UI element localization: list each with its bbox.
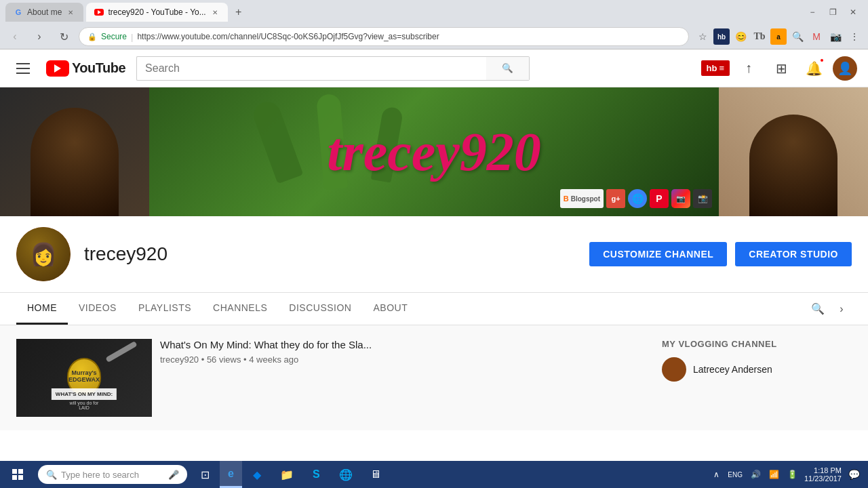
banner-left-photo [0,87,149,216]
ext-hootsuite-icon[interactable]: hb [713,28,730,45]
tab-about-me[interactable]: G About me ✕ [5,3,83,22]
minimize-button[interactable]: − [803,5,822,19]
creator-studio-button[interactable]: CREATOR STUDIO [735,242,852,266]
photo-icon[interactable]: 📸 [693,189,712,208]
tab-about-close[interactable]: ✕ [66,7,75,17]
sidebar-label: MY VLOGGING CHANNEL [662,339,852,349]
taskbar-show-desktop-icon[interactable]: 🖥 [363,462,388,487]
taskbar-dropbox-app[interactable]: ◆ [245,461,269,488]
youtube-logo[interactable]: YouTube [46,60,125,77]
instagram-icon[interactable]: 📷 [671,189,690,208]
clock-time: 1:18 PM [804,466,842,474]
browser-window: G About me ✕ trecey920 - YouTube - Yo...… [0,0,868,488]
search-input[interactable] [136,56,486,81]
sidebar-channel-name: Latrecey Andersen [693,364,772,375]
upload-icon[interactable]: ↑ [735,55,762,82]
url-bar[interactable]: 🔒 Secure | https://www.youtube.com/chann… [79,27,689,46]
tray-battery-icon[interactable]: 🔋 [785,468,800,481]
tab-about-label: About me [27,7,62,17]
google-plus-icon[interactable]: g+ [606,189,625,208]
bookmark-star-icon[interactable]: ☆ [694,28,711,45]
tab-channels[interactable]: CHANNELS [202,293,278,325]
taskbar-chrome-app[interactable]: 🌐 [331,461,361,488]
globe-icon[interactable]: 🌐 [628,189,647,208]
secure-label: Secure [101,32,127,41]
user-avatar[interactable]: 👤 [833,56,857,81]
task-view-icon[interactable]: ⊡ [193,462,217,487]
hamburger-line [16,63,30,64]
banner-channel-name: trecey920 [327,121,540,183]
youtube-logo-icon [46,60,69,77]
system-clock[interactable]: 1:18 PM 11/23/2017 [804,466,842,483]
new-tab-button[interactable]: + [231,4,247,20]
tab-videos[interactable]: VIDEOS [68,293,127,325]
ext-emoji-icon[interactable]: 😊 [732,28,749,45]
tab-playlists[interactable]: PLAYLISTS [127,293,202,325]
ext-font-icon[interactable]: Tb [751,28,768,45]
url-text: https://www.youtube.com/channel/UC8Sqc-0… [137,32,439,41]
clock-date: 11/23/2017 [804,474,842,483]
video-time: 4 weeks ago [249,354,298,365]
chrome-icon: 🌐 [339,468,353,481]
channel-avatar: 👩 [16,227,71,281]
reload-button[interactable]: ↻ [54,27,73,46]
tab-home[interactable]: HOME [16,293,68,325]
taskbar-mic-icon: 🎤 [168,470,179,480]
taskbar-search-text: Type here to search [61,470,139,480]
hamburger-line [16,68,30,69]
ext-gmail-icon[interactable]: M [808,28,825,45]
video-channel: trecey920 [160,354,199,365]
tab-about-favicon: G [14,7,23,17]
tab-about[interactable]: ABOUT [362,293,418,325]
maximize-button[interactable]: ❐ [823,5,842,19]
content-main: Murray'sEDGEWAX WHAT'S ON MY MIND: will … [16,339,646,417]
banner-social-icons: B Blogspot g+ 🌐 P 📷 📸 [560,189,712,208]
dropbox-icon: ◆ [253,468,261,481]
skype-icon: S [313,468,320,481]
header-icons: hb ≡ ↑ ⊞ 🔔 👤 [701,55,857,82]
tray-speaker-icon[interactable]: 🔊 [748,468,764,481]
blogspot-icon[interactable]: B Blogspot [560,189,604,208]
tab-search-icon[interactable]: 🔍 [804,296,831,323]
address-icons: ☆ hb 😊 Tb a 🔍 M 📷 ⋮ [694,28,863,45]
taskbar-edge-app[interactable]: e [220,461,242,488]
tab-next-icon[interactable]: › [831,296,852,323]
search-button[interactable]: 🔍 [486,56,530,81]
taskbar-files-app[interactable]: 📁 [272,461,302,488]
taskbar-search-icon: 🔍 [46,470,57,480]
video-thumbnail[interactable]: Murray'sEDGEWAX WHAT'S ON MY MIND: will … [16,339,152,417]
sidebar-channel[interactable]: Latrecey Andersen [662,357,852,382]
tab-discussion[interactable]: DISCUSSION [278,293,362,325]
tab-yt-close[interactable]: ✕ [210,7,220,17]
ext-screenshot-icon[interactable]: 📷 [827,28,844,45]
customize-channel-button[interactable]: CUSTOMIZE CHANNEL [589,242,727,266]
more-options-icon[interactable]: ⋮ [846,28,863,45]
tab-youtube[interactable]: trecey920 - YouTube - Yo... ✕ [86,3,227,22]
youtube-header: YouTube 🔍 hb ≡ ↑ ⊞ 🔔 👤 [0,49,868,87]
taskbar-search[interactable]: 🔍 Type here to search 🎤 [38,465,187,484]
video-card: Murray'sEDGEWAX WHAT'S ON MY MIND: will … [16,339,646,417]
ext-search-icon[interactable]: 🔍 [789,28,806,45]
tab-yt-label: trecey920 - YouTube - Yo... [108,7,205,17]
hamburger-line [16,73,30,74]
apps-icon[interactable]: ⊞ [768,55,795,82]
video-info: What's On My Mind: What they do for the … [160,339,646,417]
forward-button[interactable]: › [30,27,49,46]
avatar-image: 👩 [16,227,71,281]
pinterest-icon[interactable]: P [650,189,669,208]
tray-network-icon[interactable]: 📶 [766,468,782,481]
back-button[interactable]: ‹ [5,27,24,46]
close-button[interactable]: ✕ [844,5,863,19]
tray-lang[interactable]: ENG [725,470,745,480]
ext-amazon-icon[interactable]: a [770,28,787,45]
notifications-icon[interactable]: 🔔 [800,55,827,82]
hamburger-menu[interactable] [11,56,35,81]
banner-right-photo [719,87,868,216]
tray-up-arrow[interactable]: ∧ [711,468,722,481]
start-button[interactable] [0,461,35,488]
ext-red-icon[interactable]: hb ≡ [701,60,730,76]
video-title[interactable]: What's On My Mind: What they do for the … [160,339,646,350]
taskbar-skype-app[interactable]: S [304,461,328,488]
taskbar-apps: ⊡ e ◆ 📁 S 🌐 🖥 [193,461,388,488]
notification-center-icon[interactable]: 💬 [846,468,863,481]
